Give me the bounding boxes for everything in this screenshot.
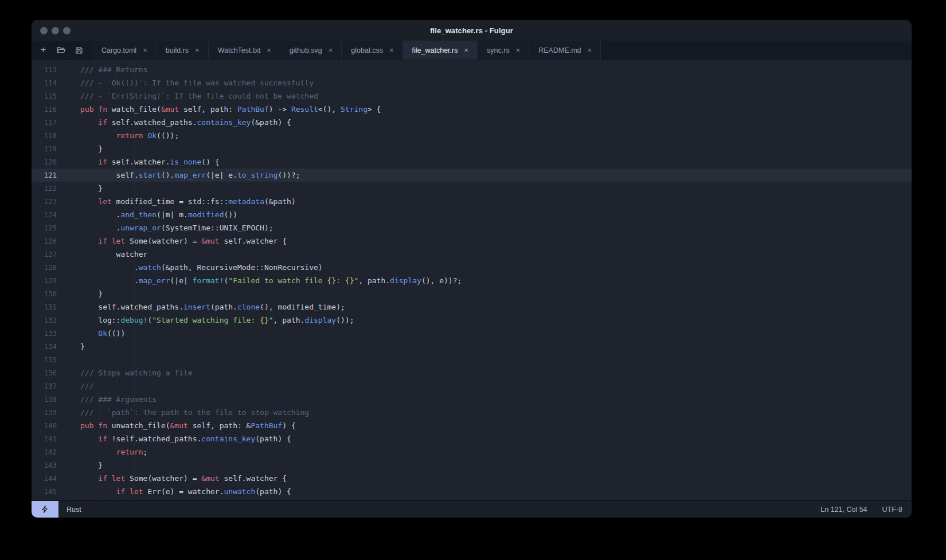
code-line[interactable]: 134} [32,340,912,353]
tab-actions: + [32,41,92,60]
code-text: pub fn unwatch_file(&mut self, path: &Pa… [57,419,296,432]
tab-close-icon[interactable]: × [327,46,334,54]
code-text: .map_err(|e| format!("Failed to watch fi… [57,274,462,287]
line-number: 140 [32,419,57,432]
code-line[interactable]: 121 self.start().map_err(|e| e.to_string… [32,169,912,182]
line-number: 121 [32,169,57,182]
code-line[interactable]: 118 return Ok(()); [32,129,912,142]
code-line[interactable]: 137/// [32,379,912,393]
line-number: 113 [32,63,57,76]
code-text: } [57,340,85,353]
line-number: 123 [32,195,57,208]
code-line[interactable]: 126 if let Some(watcher) = &mut self.wat… [32,234,912,248]
code-text: self.start().map_err(|e| e.to_string())?… [57,169,300,182]
code-line[interactable]: 129 .map_err(|e| format!("Failed to watc… [32,274,912,287]
tab-sync.rs[interactable]: sync.rs× [477,41,529,60]
line-number: 135 [32,353,57,366]
code-line[interactable]: 113/// ### Returns [32,63,912,76]
folder-open-icon [56,45,66,55]
tab-README.md[interactable]: README.md× [529,41,601,60]
tab-close-icon[interactable]: × [142,46,148,54]
language-indicator: Rust [67,506,81,514]
maximize-button[interactable] [63,27,71,34]
line-number: 122 [32,182,57,195]
tab-close-icon[interactable]: × [463,46,470,54]
line-number: 131 [32,300,57,314]
code-line[interactable]: 141 if !self.watched_paths.contains_key(… [32,432,912,445]
tab-label: build.rs [166,46,189,54]
tab-close-icon[interactable]: × [587,46,593,54]
tab-label: github.svg [290,46,322,54]
code-line[interactable]: 143 } [32,459,912,472]
tab-global.css[interactable]: global.css× [341,41,402,60]
code-line[interactable]: 132 log::debug!("Started watching file: … [32,314,912,327]
code-text: Ok(()) [57,327,125,340]
tab-label: sync.rs [487,46,510,54]
code-text: .and_then(|m| m.modified()) [57,208,237,221]
code-line[interactable]: 119 } [32,142,912,155]
tab-close-icon[interactable]: × [515,46,522,54]
tab-WatchTest.txt[interactable]: WatchTest.txt× [208,41,280,60]
code-line[interactable]: 145 if let Err(e) = watcher.unwatch(path… [32,485,912,498]
code-line[interactable]: 128 .watch(&path, RecursiveMode::NonRecu… [32,261,912,274]
code-line[interactable]: 131 self.watched_paths.insert(path.clone… [32,300,912,314]
code-editor[interactable]: 113/// ### Returns114/// - `Ok(())`: If … [32,60,912,500]
code-line[interactable]: 120 if self.watcher.is_none() { [32,155,912,169]
save-file-button[interactable] [71,43,87,58]
tab-close-icon[interactable]: × [194,46,201,54]
code-line[interactable]: 133 Ok(()) [32,327,912,340]
titlebar: file_watcher.rs - Fulgur [32,20,912,41]
open-file-button[interactable] [53,43,69,58]
tab-label: Cargo.toml [101,46,136,54]
code-line[interactable]: 130 } [32,287,912,300]
code-line[interactable]: 114/// - `Ok(())`: If the file was watch… [32,76,912,89]
code-line[interactable]: 122 } [32,182,912,195]
code-line[interactable]: 117 if self.watched_paths.contains_key(&… [32,116,912,129]
tab-close-icon[interactable]: × [265,46,272,54]
tab-close-icon[interactable]: × [388,46,395,54]
code-line[interactable]: 136/// Stops watching a file [32,366,912,379]
code-line[interactable]: 142 return; [32,445,912,459]
code-text: .watch(&path, RecursiveMode::NonRecursiv… [57,261,323,274]
code-text: let modified_time = std::fs::metadata(&p… [57,195,296,208]
cursor-position: Ln 121, Col 54 [820,506,867,514]
code-line[interactable]: 138/// ### Arguments [32,393,912,406]
line-number: 116 [32,103,57,116]
plus-icon: + [41,45,46,54]
new-tab-button[interactable]: + [35,43,52,58]
code-line[interactable]: 139/// - `path`: The path to the file to… [32,406,912,419]
statusbar: Rust Ln 121, Col 54 UTF-8 [32,500,912,518]
code-text: /// - `Err(String)`: If the file could n… [57,89,318,103]
minimize-button[interactable] [52,27,59,34]
code-text: watcher [57,248,147,261]
editor-window: file_watcher.rs - Fulgur + Cargo.to [32,20,912,518]
code-line[interactable]: 135 [32,353,912,366]
close-button[interactable] [40,27,48,34]
window-title: file_watcher.rs - Fulgur [32,26,912,35]
code-line[interactable]: 116pub fn watch_file(&mut self, path: Pa… [32,103,912,116]
code-line[interactable]: 140pub fn unwatch_file(&mut self, path: … [32,419,912,432]
code-line[interactable]: 115/// - `Err(String)`: If the file coul… [32,89,912,103]
line-number: 115 [32,89,57,103]
code-text: if self.watcher.is_none() { [57,155,220,169]
app-logo-button[interactable] [32,501,58,518]
code-text: } [57,459,103,472]
line-number: 128 [32,261,57,274]
line-number: 118 [32,129,57,142]
code-line[interactable]: 124 .and_then(|m| m.modified()) [32,208,912,221]
code-text: return; [57,445,147,459]
code-line[interactable]: 125 .unwrap_or(SystemTime::UNIX_EPOCH); [32,221,912,234]
code-text: /// [57,379,93,393]
line-number: 127 [32,248,57,261]
code-text: log::debug!("Started watching file: {}",… [57,314,354,327]
tab-github.svg[interactable]: github.svg× [280,41,342,60]
code-line[interactable]: 127 watcher [32,248,912,261]
code-text: } [57,287,103,300]
tab-file_watcher.rs[interactable]: file_watcher.rs× [402,41,478,60]
code-line[interactable]: 144 if let Some(watcher) = &mut self.wat… [32,472,912,485]
code-line[interactable]: 123 let modified_time = std::fs::metadat… [32,195,912,208]
tab-build.rs[interactable]: build.rs× [156,41,208,60]
code-text: /// ### Returns [57,63,147,76]
tab-Cargo.toml[interactable]: Cargo.toml× [92,41,156,60]
line-number: 125 [32,221,57,234]
